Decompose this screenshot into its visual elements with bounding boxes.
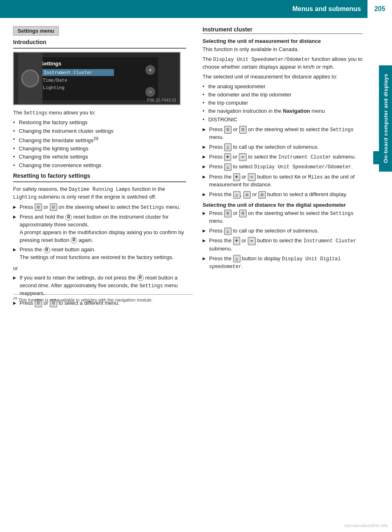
subsection1-title: Selecting the unit of measurement for di… — [203, 38, 363, 44]
bullet-item: Changing the vehicle settings — [13, 153, 186, 161]
bullet-item: Changing the lighting settings — [13, 145, 186, 152]
watermark: carmanualsonline.info — [344, 523, 388, 528]
screenshot-caption: P96 32-7443-31 — [147, 98, 176, 103]
screenshot-item-2: Lighting — [40, 85, 67, 91]
step-item: Press ⊡ or ⊟ on the steering wheel to se… — [203, 210, 363, 225]
step-item: Press the + or − button to select Km or … — [203, 173, 363, 189]
right-column: Instrument cluster Selecting the unit of… — [196, 26, 379, 311]
step-item: Press the R reset button again. The sett… — [13, 246, 186, 262]
nav-icon: ⊟ — [239, 126, 247, 134]
right-divider — [203, 34, 363, 34]
minus-icon: − — [239, 153, 247, 161]
plus-icon: + — [233, 173, 240, 181]
up-icon: △ — [224, 163, 232, 171]
bullet-item: the trip computer — [203, 99, 363, 107]
or-text: or — [13, 265, 186, 273]
nav-icon: ⊡ — [224, 210, 232, 217]
step-item: Press the △ button to display Display Un… — [203, 255, 363, 271]
screenshot-plus: + — [145, 65, 155, 75]
screenshot-heading: Settings — [40, 60, 61, 67]
introduction-section: Introduction Settings Instrument Cluster… — [13, 39, 186, 169]
bullet-item: the analog speedometer — [203, 83, 363, 90]
nav-icon: ⊡ — [243, 191, 251, 199]
footnote-text: This function is not available in vehicl… — [18, 297, 153, 302]
resetting-steps: Press ⊡ or ⊟ on the steering wheel to se… — [13, 203, 186, 262]
up-icon: △ — [233, 191, 241, 199]
resetting-divider — [13, 181, 186, 182]
step-item: Press ⊡ or ⊟ on the steering wheel to se… — [13, 203, 186, 211]
subsection2-title: Selecting the unit of distance for the d… — [203, 202, 363, 208]
plus-icon: + — [233, 237, 240, 245]
page-number: 205 — [368, 0, 392, 18]
screenshot-steering — [18, 53, 42, 104]
bullet-item: Restoring the factory settings — [13, 119, 186, 126]
step-item: Press △ to call up the selection of subm… — [203, 143, 363, 151]
subsection-measurement: Selecting the unit of measurement for di… — [203, 38, 363, 199]
nav-icon-right: ⊟ — [50, 203, 57, 211]
nav-icon: ⊟ — [239, 210, 247, 217]
r-button: R — [44, 247, 50, 253]
content-wrapper: Settings menu Introduction Settings Inst… — [0, 18, 392, 311]
subsection1-bullets: the analog speedometer the odometer and … — [203, 83, 363, 123]
nav-icon: ⊟ — [258, 191, 266, 199]
intro-divider — [13, 48, 186, 49]
left-column: Settings menu Introduction Settings Inst… — [0, 26, 196, 311]
right-section-title: Instrument cluster — [203, 26, 363, 33]
header-bar: Menus and submenus 205 — [0, 0, 392, 18]
resetting-intro: For safety reasons, the Daytime Running … — [13, 186, 186, 201]
r-button: R — [137, 275, 144, 281]
step-item: Press and hold the R reset button on the… — [13, 213, 186, 244]
footnote: 29 This function is not available in veh… — [13, 294, 193, 302]
bullet-item: Changing the instrument cluster settings — [13, 127, 186, 135]
step-item: Press △ to select Display Unit Speedomet… — [203, 163, 363, 171]
subsection1-intro3: The selected unit of measurement for dis… — [203, 73, 363, 81]
resetting-section: Resetting to factory settings For safety… — [13, 172, 186, 307]
bullet-item: Changing the convenience settings — [13, 162, 186, 169]
nav-icon: ⊡ — [224, 126, 232, 134]
up-icon: △ — [224, 143, 232, 151]
screenshot-item-0: Instrument Cluster — [40, 69, 114, 76]
step-item: Press the + or − button to select the In… — [203, 237, 363, 253]
bullet-item: the navigation instruction in the Naviga… — [203, 107, 363, 115]
resetting-title: Resetting to factory settings — [13, 172, 186, 179]
settings-menu-label: Settings menu — [13, 26, 59, 36]
r-button: R — [65, 214, 72, 221]
subsection2-steps: Press ⊡ or ⊟ on the steering wheel to se… — [203, 210, 363, 270]
intro-body: The Settings menu allows you to: — [13, 109, 186, 117]
intro-bullets: Restoring the factory settings Changing … — [13, 119, 186, 169]
step-item: Press ⊡ or ⊟ on the steering wheel to se… — [203, 126, 363, 141]
subsection1-intro1: This function is only available in Canad… — [203, 46, 363, 54]
screenshot-item-1: Time/Date — [40, 77, 70, 83]
step-item: Press the △, ⊡ or ⊟ button to select a d… — [203, 191, 363, 199]
subsection1-steps: Press ⊡ or ⊟ on the steering wheel to se… — [203, 126, 363, 199]
up-icon: △ — [233, 255, 241, 263]
step-item: Press + or − to select the Instrument Cl… — [203, 153, 363, 161]
settings-screenshot: Settings Instrument Cluster Time/Date Li… — [13, 52, 180, 105]
steering-circle — [21, 69, 39, 87]
subsection1-intro2: The Display Unit Speedometer/Odometer fu… — [203, 56, 363, 71]
header-title: Menus and submenus — [0, 5, 368, 13]
screenshot-minus: − — [145, 87, 155, 97]
subsection-digital-speed: Selecting the unit of distance for the d… — [203, 202, 363, 270]
screenshot-menu: Settings Instrument Cluster Time/Date Li… — [36, 57, 158, 100]
bullet-item: the odometer and the trip odometer — [203, 91, 363, 98]
minus-icon: − — [248, 237, 256, 245]
r-button: R — [71, 237, 77, 244]
step-item: Press △ to call up the selection of subm… — [203, 227, 363, 235]
nav-icon-left: ⊡ — [35, 203, 42, 211]
footnote-number: 29 — [13, 296, 17, 300]
bullet-item: Changing the time/date settings29 — [13, 136, 186, 145]
bullet-item: DISTRONIC — [203, 116, 363, 123]
introduction-title: Introduction — [13, 39, 186, 45]
minus-icon: − — [248, 173, 256, 181]
plus-icon: + — [224, 153, 231, 161]
up-icon: △ — [224, 228, 232, 235]
